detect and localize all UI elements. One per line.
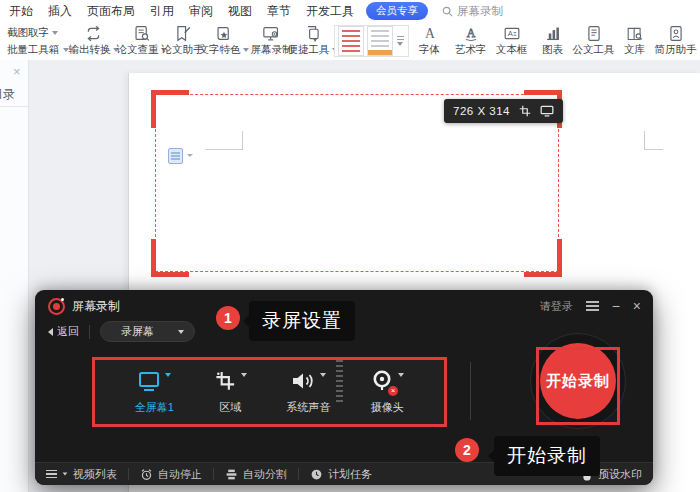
back-button[interactable]: 返回 [48, 324, 79, 339]
convert-icon [84, 25, 103, 42]
font-button[interactable]: A 字体 [410, 25, 450, 57]
back-arrow-icon [48, 328, 53, 336]
system-audio-option[interactable]: 系统声音 [286, 369, 330, 415]
text-effects-button[interactable]: 文字特色 [204, 25, 244, 57]
document-pencil-icon [174, 25, 192, 42]
resume-assistant-button[interactable]: 简历助手 [656, 25, 696, 57]
selection-handle-bottom-left[interactable] [151, 239, 189, 277]
step-1-tooltip: 录屏设置 [249, 301, 355, 341]
wordart-button[interactable]: A 艺术字 [451, 25, 491, 57]
audio-level-meter [336, 360, 343, 405]
textbox-icon: A [503, 25, 521, 42]
divider [298, 468, 299, 480]
close-icon[interactable]: × [13, 65, 21, 78]
fullscreen-option[interactable]: 全屏幕1 [135, 369, 174, 415]
alarm-icon [140, 468, 153, 481]
document-star-icon [215, 25, 233, 42]
chevron-down-icon [397, 42, 403, 46]
template-gallery[interactable] [334, 25, 409, 57]
close-icon[interactable]: × [633, 299, 641, 313]
gallery-expander[interactable] [396, 36, 405, 46]
minimize-icon[interactable]: − [612, 299, 620, 313]
svg-text:A: A [507, 29, 513, 38]
crop-icon[interactable] [519, 105, 531, 117]
chevron-down-icon [63, 472, 68, 475]
record-logo-icon [48, 298, 65, 315]
selection-handle-bottom-right[interactable] [524, 239, 562, 277]
margin-mark-top-right [644, 131, 663, 150]
document-area: × 目录 726 X 314 屏幕录制 请登录 − [0, 60, 700, 492]
divider [0, 106, 28, 107]
navigation-pane: × 目录 [0, 60, 29, 492]
command-search[interactable]: 屏幕录制 [442, 4, 503, 19]
output-convert-button[interactable]: 输出转换 [74, 25, 114, 57]
bar-chart-icon [544, 25, 562, 42]
tab-review[interactable]: 审阅 [189, 3, 213, 20]
official-doc-tools-button[interactable]: 公文工具 [574, 25, 614, 57]
resume-icon [667, 25, 685, 42]
divider [128, 468, 129, 480]
chevron-down-icon [243, 48, 249, 52]
list-icon [46, 470, 57, 479]
document-search-icon [133, 25, 151, 42]
split-icon [225, 468, 238, 481]
thumbnail-content [342, 30, 360, 52]
tab-dev-tools[interactable]: 开发工具 [306, 3, 354, 20]
speaker-icon [290, 369, 316, 393]
paper-assistant-button[interactable]: 论文助手 [163, 25, 203, 57]
tab-insert[interactable]: 插入 [48, 3, 72, 20]
ribbon-toolbar: 截图取字 批量工具箱 输出转换 论文查重 论文助手 文字特色 屏幕录制 便捷工具 [0, 22, 700, 61]
selection-size-label: 726 X 314 [453, 105, 510, 117]
record-button-highlight [536, 347, 620, 425]
menu-tabs: 开始 插入 页面布局 引用 审阅 视图 章节 开发工具 [0, 3, 354, 20]
scheduled-task-button[interactable]: 计划任务 [310, 467, 372, 482]
menu-icon[interactable] [586, 301, 599, 311]
nav-pane-title: 目录 [0, 86, 15, 103]
wps-window: 开始 插入 页面布局 引用 审阅 视图 章节 开发工具 会员专享 屏幕录制 截图… [0, 0, 700, 492]
video-list-button[interactable]: 视频列表 [46, 467, 117, 482]
divider [89, 325, 90, 339]
template-thumbnail-2[interactable] [367, 26, 393, 56]
chevron-down-icon[interactable] [165, 373, 171, 377]
chart-button[interactable]: 图表 [533, 25, 573, 57]
chevron-down-icon[interactable] [398, 373, 404, 377]
monitor-icon [137, 369, 161, 393]
step-2-tooltip: 开始录制 [494, 436, 600, 476]
handy-tools-button[interactable]: 便捷工具 [293, 25, 333, 57]
monitor-record-icon [262, 25, 281, 42]
screen-recorder-window: 屏幕录制 请登录 − × 返回 录屏幕 1 [35, 290, 653, 485]
search-text: 屏幕录制 [457, 4, 503, 19]
tab-page-layout[interactable]: 页面布局 [87, 3, 135, 20]
region-option[interactable]: 区域 [214, 369, 247, 415]
tab-home[interactable]: 开始 [9, 3, 33, 20]
screenshot-text-grab-button[interactable]: 截图取字 [7, 26, 69, 40]
template-thumbnail-1[interactable] [338, 26, 364, 56]
stacked-docs-icon [304, 25, 322, 42]
record-mode-dropdown[interactable]: 录屏幕 [100, 321, 195, 342]
chevron-down-icon [178, 330, 184, 334]
wordart-icon: A [462, 25, 480, 42]
auto-split-button[interactable]: 自动分割 [225, 467, 287, 482]
svg-text:A: A [425, 26, 435, 41]
chevron-down-icon[interactable] [320, 373, 326, 377]
font-icon: A [421, 25, 439, 42]
paper-check-button[interactable]: 论文查重 [122, 25, 162, 57]
textbox-button[interactable]: A 文本框 [492, 25, 532, 57]
selection-handle-top-left[interactable] [151, 90, 189, 128]
screen-record-button[interactable]: 屏幕录制 [252, 25, 292, 57]
record-options-highlight: 全屏幕1 区域 系统声音 [92, 357, 447, 427]
monitor-icon[interactable] [540, 105, 554, 117]
tab-view[interactable]: 视图 [228, 3, 252, 20]
crop-icon [214, 369, 237, 393]
auto-stop-button[interactable]: 自动停止 [140, 467, 202, 482]
tab-references[interactable]: 引用 [150, 3, 174, 20]
svg-text:A: A [466, 26, 475, 40]
tab-section[interactable]: 章节 [267, 3, 291, 20]
camera-option[interactable]: × 摄像头 [370, 369, 404, 415]
menu-bar: 开始 插入 页面布局 引用 审阅 视图 章节 开发工具 会员专享 屏幕录制 [0, 0, 700, 22]
library-button[interactable]: 文库 [615, 25, 655, 57]
batch-toolbox-button[interactable]: 批量工具箱 [7, 43, 69, 57]
vip-badge[interactable]: 会员专享 [366, 2, 428, 20]
chevron-down-icon[interactable] [241, 373, 247, 377]
login-link[interactable]: 请登录 [540, 299, 573, 314]
